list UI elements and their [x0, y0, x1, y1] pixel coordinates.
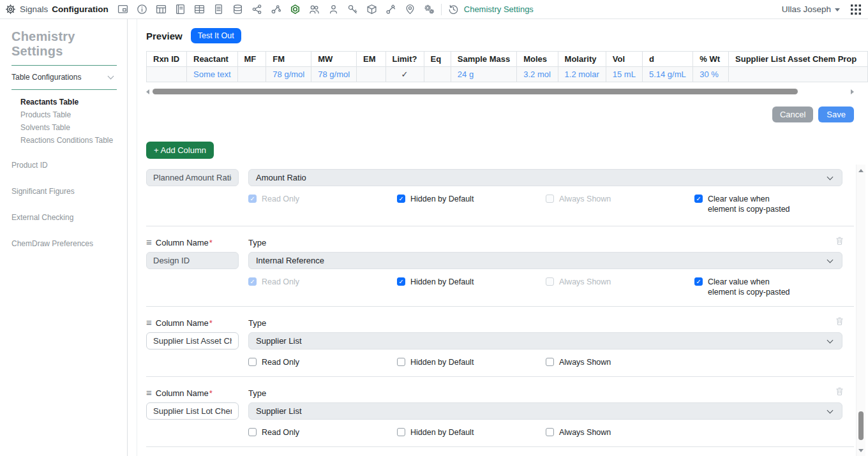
- sidebar-item-chemdraw-preferences[interactable]: ChemDraw Preferences: [11, 239, 117, 248]
- cancel-button[interactable]: Cancel: [772, 107, 813, 122]
- package-icon[interactable]: [366, 4, 377, 15]
- column-name-input[interactable]: [146, 402, 239, 420]
- table-icon[interactable]: [156, 4, 167, 15]
- save-button[interactable]: Save: [818, 107, 854, 122]
- unchecked-checkbox-icon[interactable]: [397, 358, 405, 366]
- retrosynthesis-icon[interactable]: [385, 4, 396, 15]
- sidebar-item-reactants-table[interactable]: Reactants Table: [20, 96, 117, 108]
- checkbox-always-shown[interactable]: Always Shown: [546, 357, 648, 367]
- horizontal-scrollbar[interactable]: [146, 87, 854, 96]
- unchecked-checkbox-icon[interactable]: [397, 428, 405, 436]
- preview-cell: 5.14 g/mL: [642, 67, 692, 82]
- scroll-up-arrow-icon[interactable]: [858, 169, 864, 172]
- molecule-icon[interactable]: [271, 4, 281, 15]
- column-name-input[interactable]: [146, 332, 239, 349]
- type-select[interactable]: Amount Ratio: [248, 169, 842, 186]
- unchecked-checkbox-icon[interactable]: [546, 358, 554, 366]
- column-name-label: Column Name: [156, 388, 209, 398]
- spreadsheet-icon[interactable]: [194, 4, 205, 15]
- preview-col-header: % Wt: [693, 52, 729, 67]
- unchecked-checkbox-icon[interactable]: [546, 428, 554, 436]
- share-icon[interactable]: [251, 4, 262, 15]
- type-select[interactable]: Supplier List: [248, 402, 842, 420]
- document-icon[interactable]: [213, 4, 224, 15]
- brand-app-name: Signals: [20, 4, 48, 14]
- sidebar-item-products-table[interactable]: Products Table: [20, 108, 117, 121]
- preview-cell: [357, 67, 385, 82]
- checked-checkbox-icon[interactable]: ✓: [694, 195, 703, 203]
- checkbox-clear-value-when[interactable]: ✓Clear value when element is copy-pasted: [694, 277, 797, 297]
- type-select[interactable]: Supplier List: [248, 332, 842, 349]
- unchecked-checkbox-icon[interactable]: [248, 358, 257, 366]
- preview-table-wrapper: Rxn IDReactantMFFMMWEMLimit?EqSample Mas…: [146, 51, 868, 82]
- key-icon[interactable]: [347, 4, 358, 15]
- checkbox-read-only: ✓Read Only: [248, 277, 397, 297]
- sidebar-item-solvents-table[interactable]: Solvents Table: [20, 121, 117, 134]
- sidebar-item-external-checking[interactable]: External Checking: [11, 213, 117, 222]
- drag-handle-icon[interactable]: ≡: [146, 318, 152, 327]
- column-config-label-row: ≡Column Name*Type: [146, 237, 842, 248]
- users-icon[interactable]: [309, 4, 320, 15]
- checkbox-hidden-by-default[interactable]: Hidden by Default: [397, 427, 546, 438]
- services-icon[interactable]: [424, 4, 435, 15]
- benzene-icon[interactable]: [290, 4, 301, 15]
- sidebar-title: Chemistry Settings: [11, 29, 117, 59]
- add-column-button[interactable]: + Add Column: [146, 142, 214, 159]
- type-select[interactable]: Internal Reference: [248, 252, 842, 269]
- sidebar-item-significant-figures[interactable]: Significant Figures: [11, 187, 117, 196]
- preview-col-header: Vol: [606, 52, 642, 67]
- checkbox-clear-value-when[interactable]: ✓Clear value when element is copy-pasted: [694, 194, 797, 214]
- checkbox-label: Hidden by Default: [410, 277, 474, 297]
- column-config-fields: Amount Ratio: [146, 169, 842, 186]
- checkbox-hidden-by-default[interactable]: ✓Hidden by Default: [397, 194, 546, 214]
- checkbox-read-only[interactable]: Read Only: [248, 357, 397, 367]
- type-label: Type: [248, 318, 266, 328]
- chevron-down-icon: [827, 174, 834, 180]
- scroll-down-arrow-icon[interactable]: [858, 449, 864, 452]
- chevron-down-icon: [108, 73, 114, 80]
- preview-col-header: Sample Mass: [451, 52, 516, 67]
- delete-column-button[interactable]: [834, 236, 845, 247]
- checked-checkbox-icon[interactable]: ✓: [694, 277, 703, 286]
- required-asterisk: *: [209, 318, 213, 328]
- checked-checkbox-icon[interactable]: ✓: [397, 195, 405, 203]
- navbar-page-title[interactable]: Chemistry Settings: [464, 4, 534, 14]
- settings-sidebar: Chemistry Settings Table Configurations …: [0, 19, 128, 456]
- checkbox-label: Hidden by Default: [410, 357, 474, 367]
- delete-column-button[interactable]: [834, 386, 845, 398]
- checkbox-hidden-by-default[interactable]: Hidden by Default: [397, 357, 546, 367]
- recent-page-link[interactable]: Chemistry Settings: [448, 4, 534, 15]
- database-icon[interactable]: [232, 4, 243, 15]
- column-config-checkboxes: Read OnlyHidden by DefaultAlways Shown: [146, 427, 842, 438]
- chevron-down-icon: [835, 8, 840, 11]
- checked-checkbox-icon[interactable]: ✓: [397, 277, 405, 286]
- vertical-scrollbar[interactable]: [856, 165, 865, 456]
- horizontal-scrollbar-thumb[interactable]: [153, 89, 798, 94]
- drag-handle-icon[interactable]: ≡: [146, 388, 152, 397]
- sidebar-item-reactions-conditions-table[interactable]: Reactions Conditions Table: [20, 134, 117, 147]
- delete-column-button[interactable]: [834, 316, 845, 328]
- user-menu[interactable]: Ullas Joseph: [782, 4, 840, 14]
- unchecked-checkbox-icon[interactable]: [248, 428, 257, 436]
- user-icon[interactable]: [328, 4, 339, 15]
- column-config-checkboxes: Read OnlyHidden by DefaultAlways Shown: [146, 357, 842, 367]
- preview-cell: [147, 67, 187, 82]
- vertical-scrollbar-thumb[interactable]: [858, 411, 864, 440]
- drag-handle-icon[interactable]: ≡: [146, 238, 152, 247]
- checked-checkbox-icon: ✓: [248, 277, 257, 286]
- scroll-right-arrow-icon[interactable]: [851, 89, 854, 94]
- app-brand[interactable]: Signals Configuration: [5, 4, 108, 15]
- sidebar-item-product-id[interactable]: Product ID: [11, 161, 117, 170]
- dashboard-icon[interactable]: [117, 4, 128, 15]
- column-config-fields: Supplier List: [146, 402, 842, 420]
- checkbox-read-only[interactable]: Read Only: [248, 427, 397, 438]
- app-switcher-icon[interactable]: [850, 4, 862, 15]
- notebook-icon[interactable]: [175, 4, 186, 15]
- sidebar-group-table-configurations[interactable]: Table Configurations: [11, 71, 117, 83]
- test-it-out-button[interactable]: Test It Out: [191, 28, 241, 43]
- checkbox-hidden-by-default[interactable]: ✓Hidden by Default: [397, 277, 546, 297]
- location-icon[interactable]: [405, 4, 415, 15]
- scroll-left-arrow-icon[interactable]: [146, 89, 149, 94]
- info-icon[interactable]: [137, 4, 147, 15]
- checkbox-always-shown[interactable]: Always Shown: [546, 427, 648, 438]
